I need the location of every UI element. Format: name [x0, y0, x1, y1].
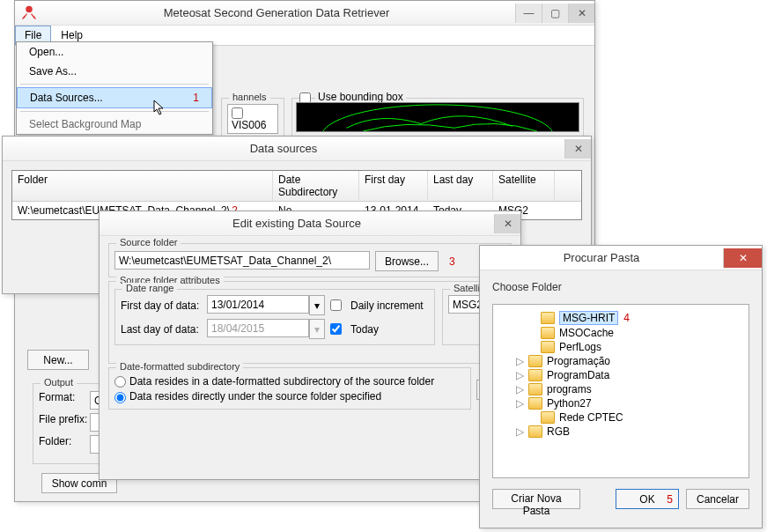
daily-label: Daily increment	[350, 299, 424, 312]
browse-title: Procurar Pasta	[480, 251, 723, 264]
tree-item[interactable]: MSOCache	[527, 326, 743, 340]
sub-opt1-radio[interactable]	[114, 376, 126, 388]
annotation-5: 5	[667, 493, 673, 506]
edit-title: Edit existing Data Source	[100, 217, 494, 230]
main-title: Meteosat Second Generation Data Retrieve…	[38, 6, 515, 19]
tree-item[interactable]: PerfLogs	[527, 340, 743, 354]
maximize-button[interactable]: ▢	[542, 4, 568, 23]
browse-dialog: Procurar Pasta ✕ Choose Folder MSG-HRIT4…	[479, 245, 763, 528]
tree-item[interactable]: ▷RGB	[514, 425, 743, 439]
folder-tree[interactable]: MSG-HRIT4 MSOCache PerfLogs ▷Programação…	[492, 304, 749, 478]
output-legend: Output	[41, 377, 77, 388]
main-titlebar: Meteosat Second Generation Data Retrieve…	[15, 1, 594, 26]
menu-save-as[interactable]: Save As...	[17, 62, 212, 81]
today-checkbox[interactable]	[330, 323, 342, 335]
menu-separator	[20, 84, 209, 85]
col-first[interactable]: First day	[359, 171, 428, 201]
last-label: Last day of data:	[121, 323, 202, 336]
channels-legend: hannels	[229, 92, 270, 102]
folder-icon	[528, 425, 542, 438]
tree-item[interactable]: ▷ProgramData	[514, 368, 743, 382]
folder-icon	[541, 312, 555, 324]
browse-button[interactable]: Browse...	[375, 251, 439, 271]
col-date-sub[interactable]: Date Subdirectory	[273, 171, 359, 201]
attr-group: Source folder attributes Date range Firs…	[108, 281, 512, 364]
col-last[interactable]: Last day	[428, 171, 493, 201]
first-date-dropdown[interactable]: ▾	[309, 295, 325, 315]
col-sat[interactable]: Satellite	[493, 171, 555, 201]
tree-item-msg-hrit[interactable]: MSG-HRIT4	[527, 310, 743, 326]
folder-icon	[541, 327, 555, 339]
tree-item[interactable]: ▷Python27	[514, 396, 743, 410]
browse-close-button[interactable]: ✕	[723, 248, 762, 268]
edit-ds-window: Edit existing Data Source ✕ Source folde…	[99, 211, 521, 480]
folder-icon	[528, 397, 542, 410]
tree-item[interactable]: Rede CPTEC	[527, 410, 743, 425]
annotation-1: 1	[193, 92, 199, 104]
sub-opt1-label: Data resides in a date-formatted subdire…	[129, 375, 434, 388]
channel-checkbox[interactable]	[232, 107, 243, 119]
svg-point-0	[26, 6, 33, 13]
format-label: Format:	[39, 391, 90, 410]
sub-opt2-radio[interactable]	[114, 392, 126, 403]
folder-icon	[528, 383, 542, 395]
src-path-field[interactable]	[114, 251, 370, 270]
bbox-label: Use bounding box	[315, 91, 406, 103]
edit-close-button[interactable]: ✕	[494, 214, 520, 233]
first-date-field[interactable]	[207, 295, 309, 314]
annotation-3: 3	[449, 255, 455, 268]
choose-label: Choose Folder	[480, 270, 762, 299]
source-folder-group: Source folder Browse... 3	[108, 243, 512, 277]
svg-point-1	[321, 105, 554, 131]
new-button[interactable]: New...	[27, 350, 89, 370]
minimize-button[interactable]: —	[515, 4, 542, 23]
ds-title: Data sources	[3, 142, 564, 155]
menu-data-sources[interactable]: Data Sources...1	[17, 87, 212, 108]
folder-icon	[528, 355, 542, 367]
tree-item[interactable]: ▷Programação	[514, 354, 743, 368]
tree-item[interactable]: ▷programs	[514, 382, 743, 396]
menu-select-bg[interactable]: Select Background Map	[17, 115, 212, 134]
menu-separator	[20, 111, 209, 112]
browse-titlebar: Procurar Pasta ✕	[480, 246, 762, 270]
ds-close-button[interactable]: ✕	[564, 139, 591, 159]
today-label: Today	[350, 323, 379, 336]
app-icon	[20, 3, 38, 23]
folder-icon	[528, 369, 542, 381]
last-date-dropdown[interactable]: ▾	[309, 319, 325, 339]
edit-titlebar: Edit existing Data Source ✕	[100, 211, 520, 236]
first-label: First day of data:	[121, 299, 202, 312]
daily-checkbox[interactable]	[330, 299, 342, 311]
annotation-4: 4	[623, 312, 630, 324]
folder-icon	[541, 411, 555, 424]
sub-opt2-label: Data resides directly under the source f…	[129, 390, 381, 403]
col-folder[interactable]: Folder	[12, 171, 273, 201]
ds-header: Folder Date Subdirectory First day Last …	[12, 171, 581, 202]
ds-titlebar: Data sources ✕	[3, 137, 591, 161]
file-dropdown: Open... Save As... Data Sources...1 Sele…	[16, 41, 213, 135]
menu-open[interactable]: Open...	[17, 42, 212, 62]
folder-label: Folder:	[39, 435, 90, 454]
ok-button[interactable]: OK5	[616, 489, 679, 509]
new-folder-button[interactable]: Criar Nova Pasta	[492, 489, 580, 509]
prefix-label: File prefix:	[39, 413, 90, 432]
sub-legend: Date-formatted subdirectory	[116, 361, 243, 372]
close-button[interactable]: ✕	[568, 4, 594, 23]
cancel-button[interactable]: Cancelar	[686, 489, 749, 509]
src-legend: Source folder	[116, 237, 181, 248]
globe-preview	[296, 102, 579, 132]
last-date-field[interactable]	[207, 319, 309, 337]
folder-icon	[541, 341, 555, 353]
range-legend: Date range	[122, 283, 177, 293]
channel-label: VIS006	[232, 119, 266, 131]
